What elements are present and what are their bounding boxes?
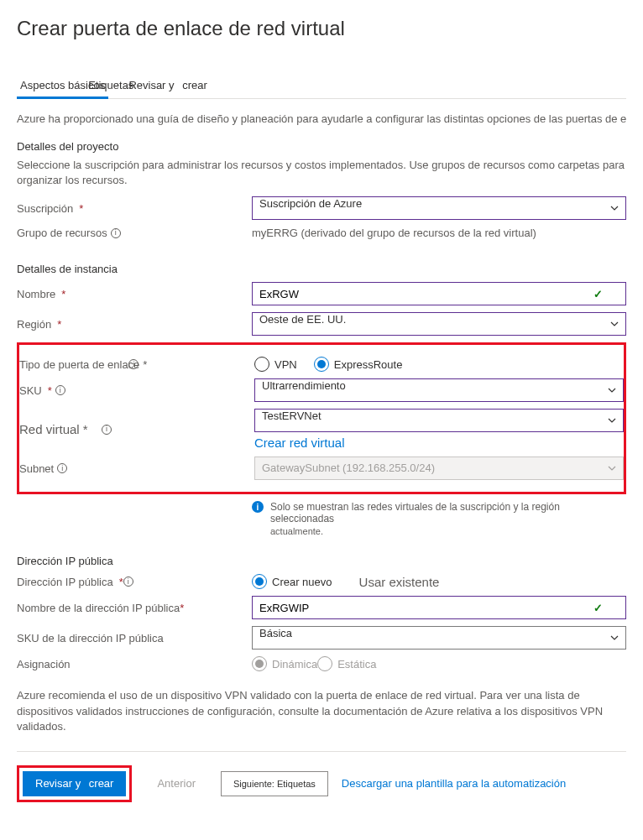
required-marker: *	[83, 422, 88, 436]
pip-sku-label-text: SKU de la dirección IP pública	[17, 632, 164, 644]
radio-pip-new[interactable]: Crear nuevo	[252, 574, 332, 589]
instance-details-heading: Detalles de instancia	[17, 263, 626, 275]
public-ip-heading: Dirección IP pública	[17, 555, 626, 567]
highlight-box-review-button: Revisar y crear	[17, 765, 132, 802]
sku-select[interactable]: Ultrarrendimiento	[254, 378, 624, 402]
create-vnet-link[interactable]: Crear red virtual	[254, 436, 624, 450]
project-details-heading: Detalles del proyecto	[17, 140, 626, 153]
info-icon-blue: i	[252, 501, 264, 513]
intro-text: Azure ha proporcionado una guía de diseñ…	[17, 112, 626, 125]
radio-circle-icon	[314, 357, 329, 372]
previous-button: Anterior	[145, 771, 207, 796]
radio-pip-new-label: Crear nuevo	[272, 576, 332, 588]
subnet-label: Subnet i	[19, 462, 254, 475]
required-marker: *	[57, 318, 61, 331]
vnet-select[interactable]: TestERVNet	[254, 409, 624, 432]
pip-radio-label: Dirección IP pública *i	[17, 576, 252, 588]
assignment-label-text: Asignación	[17, 658, 71, 670]
radio-circle-icon	[252, 656, 267, 671]
vnet-filter-info-text1: Solo se muestran las redes virtuales de …	[270, 501, 560, 524]
subscription-label-text: Suscripción	[17, 202, 73, 215]
required-marker: *	[180, 602, 184, 614]
required-marker: *	[79, 202, 83, 215]
page-title: Crear puerta de enlace de red virtual	[17, 17, 626, 40]
resource-group-value: myERRG (derivado del grupo de recursos d…	[252, 227, 626, 239]
highlight-box-gateway-section: Tipo de puerta de enlace* i VPN ExpressR…	[17, 342, 626, 494]
info-icon[interactable]: i	[55, 385, 65, 395]
tab-review-create[interactable]: Revisar y crear	[125, 74, 210, 98]
next-button[interactable]: Siguiente: Etiquetas	[221, 771, 328, 796]
region-label-text: Región	[17, 318, 51, 331]
vpn-device-note: Azure recomienda el uso de un dispositiv…	[17, 688, 626, 734]
tabs: Aspectos básicos Etiquetas Revisar y cre…	[17, 74, 626, 99]
vnet-filter-info-text2: actualmente.	[270, 526, 626, 536]
tab-create-word: crear	[182, 79, 207, 91]
radio-expressroute[interactable]: ExpressRoute	[314, 357, 403, 372]
name-input[interactable]	[252, 282, 626, 305]
radio-assignment-static-label: Estática	[337, 658, 376, 670]
radio-assignment-dynamic: Dinámica	[252, 656, 317, 671]
subscription-select[interactable]: Suscripción de Azure	[252, 196, 626, 220]
sku-label: SKU * i	[19, 384, 254, 397]
radio-circle-icon	[317, 656, 332, 671]
pip-name-label: Nombre de la dirección IP pública*	[17, 602, 252, 614]
region-label: Región *	[17, 318, 252, 331]
assignment-label: Asignación	[17, 658, 252, 670]
pip-name-label-text: Nombre de la dirección IP pública	[17, 602, 180, 614]
pip-radio-label-text: Dirección IP pública	[17, 576, 113, 588]
required-marker: *	[143, 358, 147, 371]
region-select[interactable]: Oeste de EE. UU.	[252, 312, 626, 336]
vnet-filter-info: i Solo se muestran las redes virtuales d…	[252, 501, 626, 536]
vnet-label: Red virtual * i	[19, 422, 254, 436]
resource-group-label: Grupo de recursos i	[17, 227, 252, 239]
radio-expressroute-label: ExpressRoute	[334, 358, 403, 371]
info-icon[interactable]: i	[123, 577, 133, 587]
sku-label-text: SKU	[19, 384, 42, 397]
subscription-label: Suscripción *	[17, 202, 252, 215]
radio-vpn-label: VPN	[274, 358, 297, 371]
pip-name-input[interactable]	[252, 596, 626, 619]
required-marker: *	[119, 576, 123, 588]
download-template-link[interactable]: Descargar una plantilla para la automati…	[342, 777, 566, 790]
radio-circle-icon	[254, 357, 269, 372]
check-icon: ✓	[593, 602, 603, 614]
info-icon[interactable]: i	[57, 463, 67, 473]
gateway-type-label-text: Tipo de puerta de enlace	[19, 358, 139, 371]
info-icon[interactable]: i	[111, 228, 121, 238]
name-label: Nombre*	[17, 288, 252, 300]
review-create-button[interactable]: Revisar y crear	[23, 771, 126, 796]
create-word: crear	[89, 777, 114, 790]
radio-vpn[interactable]: VPN	[254, 357, 297, 372]
info-icon[interactable]: i	[102, 425, 112, 435]
review-word: Revisar y	[35, 777, 81, 790]
pip-sku-label: SKU de la dirección IP pública	[17, 632, 252, 644]
pip-sku-select[interactable]: Básica	[252, 626, 626, 650]
name-label-text: Nombre	[17, 288, 55, 300]
subnet-select-disabled: GatewaySubnet (192.168.255.0/24)	[254, 457, 624, 480]
radio-pip-existing-label[interactable]: Usar existente	[359, 575, 440, 589]
check-icon: ✓	[593, 288, 603, 300]
radio-assignment-static: Estática	[317, 656, 376, 671]
project-details-desc: Seleccione la suscripción para administr…	[17, 158, 626, 188]
required-marker: *	[61, 288, 65, 300]
subnet-label-text: Subnet	[19, 462, 54, 475]
resource-group-label-text: Grupo de recursos	[17, 227, 107, 239]
tab-review-word: Revisar y	[128, 79, 174, 91]
required-marker: *	[48, 384, 52, 397]
radio-circle-icon	[252, 574, 267, 589]
vnet-label-text: Red virtual	[19, 422, 80, 436]
radio-assignment-dynamic-label: Dinámica	[272, 658, 317, 670]
gateway-type-label: Tipo de puerta de enlace* i	[19, 358, 254, 371]
footer: Revisar y crear Anterior Siguiente: Etiq…	[17, 751, 626, 816]
